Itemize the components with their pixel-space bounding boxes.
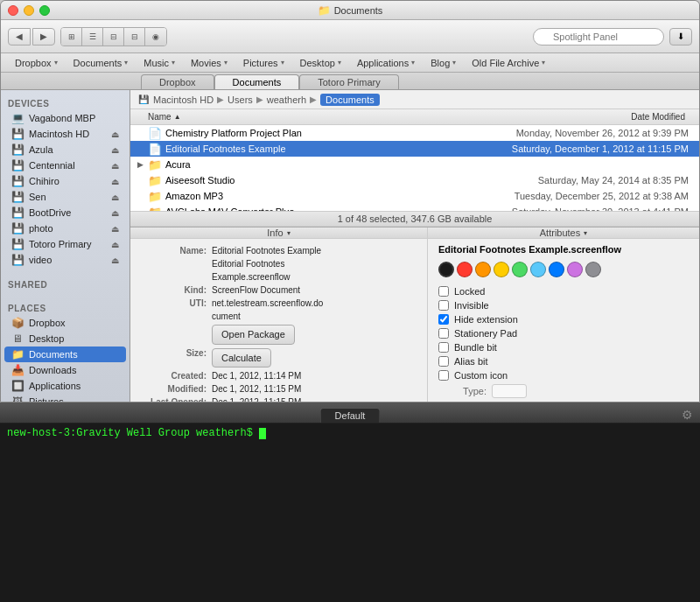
fav-dropbox[interactable]: Dropbox▾ xyxy=(8,56,65,70)
terminal-settings-icon[interactable]: ⚙ xyxy=(682,408,693,422)
fav-old-file-archive[interactable]: Old File Archive▾ xyxy=(465,56,552,70)
fav-applications[interactable]: Applications▾ xyxy=(350,56,422,70)
favorites-bar: Dropbox▾ Documents▾ Music▾ Movies▾ Pictu… xyxy=(1,53,699,73)
list-view-button[interactable]: ☰ xyxy=(82,28,103,46)
sidebar-item-azula[interactable]: 💾 Azula ⏏ xyxy=(4,142,126,158)
fav-blog[interactable]: Blog▾ xyxy=(424,56,463,70)
checkbox-hide-extension[interactable]: Hide extension xyxy=(438,314,689,325)
sidebar-item-macintosh-hd[interactable]: 💾 Macintosh HD ⏏ xyxy=(4,126,126,142)
swatch-blue-light[interactable] xyxy=(530,262,546,277)
icon-view-button[interactable]: ⊞ xyxy=(61,28,82,46)
swatch-green[interactable] xyxy=(512,262,528,277)
fav-music[interactable]: Music▾ xyxy=(136,56,182,70)
checkbox-alias-bit[interactable]: Alias bit xyxy=(438,356,689,367)
type-field-row: Type: xyxy=(438,384,689,398)
folder-icon: 📁 xyxy=(148,158,162,172)
fav-documents[interactable]: Documents▾ xyxy=(66,56,136,70)
swatch-gray[interactable] xyxy=(585,262,601,277)
drive-icon: 💾 xyxy=(11,238,24,250)
close-button[interactable] xyxy=(8,5,18,16)
tab-totoro-primary[interactable]: Totoro Primary xyxy=(299,74,399,89)
checkbox-bundle-bit[interactable]: Bundle bit xyxy=(438,342,689,353)
swatch-purple[interactable] xyxy=(567,262,583,277)
eject-icon[interactable]: ⏏ xyxy=(111,130,119,139)
eject-icon[interactable]: ⏏ xyxy=(111,224,119,234)
open-package-button[interactable]: Open Package xyxy=(212,325,295,345)
eject-icon[interactable]: ⏏ xyxy=(111,240,119,249)
sort-arrow: ▲ xyxy=(174,113,181,121)
checkbox-invisible[interactable]: Invisible xyxy=(438,300,689,311)
tab-documents[interactable]: Documents xyxy=(214,74,300,89)
eject-icon[interactable]: ⏏ xyxy=(111,256,119,265)
info-row: UTI: net.telestream.screenflow.document xyxy=(137,297,420,323)
sidebar-item-applications[interactable]: 🔲 Applications xyxy=(4,378,126,394)
bc-weatherh[interactable]: weatherh xyxy=(267,94,306,105)
checkbox-stationery-pad[interactable]: Stationery Pad xyxy=(438,328,689,339)
tab-dropbox[interactable]: Dropbox xyxy=(141,74,214,89)
search-input[interactable] xyxy=(533,28,664,46)
eject-icon[interactable]: ⏏ xyxy=(111,145,119,155)
stationery-pad-checkbox[interactable] xyxy=(438,328,449,339)
eject-icon[interactable]: ⏏ xyxy=(111,192,119,202)
swatch-blue[interactable] xyxy=(549,262,564,277)
swatch-black[interactable] xyxy=(438,262,454,277)
custom-icon-checkbox[interactable] xyxy=(438,370,449,381)
swatch-orange[interactable] xyxy=(475,262,491,277)
sidebar-item-dropbox[interactable]: 📦 Dropbox xyxy=(4,315,126,331)
fav-pictures[interactable]: Pictures▾ xyxy=(236,56,291,70)
preview-button[interactable]: ◉ xyxy=(145,28,166,46)
sidebar-item-vagabond[interactable]: 💻 Vagabond MBP xyxy=(4,110,126,126)
sidebar-item-chihiro[interactable]: 💾 Chihiro ⏏ xyxy=(4,173,126,189)
file-row[interactable]: ▶ 📁 Acura xyxy=(130,157,699,172)
fav-movies[interactable]: Movies▾ xyxy=(184,56,234,70)
file-row[interactable]: 📄 Chemistry Platform Project Plan Monday… xyxy=(130,125,699,141)
forward-button[interactable]: ▶ xyxy=(32,28,55,46)
sidebar-item-desktop[interactable]: 🖥 Desktop xyxy=(4,331,126,346)
col-date-header[interactable]: Date Modified xyxy=(500,112,692,122)
info-panel-header[interactable]: Info ▾ xyxy=(130,228,427,239)
eject-icon[interactable]: ⏏ xyxy=(111,161,119,171)
sidebar-item-sen[interactable]: 💾 Sen ⏏ xyxy=(4,189,126,205)
bc-users[interactable]: Users xyxy=(228,94,253,105)
minimize-button[interactable] xyxy=(24,5,34,16)
eject-icon[interactable]: ⏏ xyxy=(111,177,119,186)
sidebar-item-documents[interactable]: 📁 Documents xyxy=(4,346,126,362)
checkbox-locked[interactable]: Locked xyxy=(438,286,689,297)
calculate-button[interactable]: Calculate xyxy=(212,348,271,368)
type-field[interactable] xyxy=(492,384,527,398)
swatch-red[interactable] xyxy=(457,262,472,277)
fav-desktop[interactable]: Desktop▾ xyxy=(293,56,348,70)
attr-panel-header[interactable]: Attributes ▾ xyxy=(428,228,699,239)
swatch-yellow[interactable] xyxy=(494,262,509,277)
action-button[interactable]: ⬇ xyxy=(669,28,692,46)
alias-bit-checkbox[interactable] xyxy=(438,356,449,367)
eject-icon[interactable]: ⏏ xyxy=(111,208,119,218)
sidebar-item-photo[interactable]: 💾 photo ⏏ xyxy=(4,220,126,236)
bc-documents[interactable]: Documents xyxy=(320,94,380,106)
file-row[interactable]: 📁 AVCLabs M4V Converter Plus Saturday, N… xyxy=(130,204,699,211)
bundle-bit-checkbox[interactable] xyxy=(438,342,449,353)
sidebar-item-bootdrive[interactable]: 💾 BootDrive ⏏ xyxy=(4,205,126,220)
sidebar-item-centennial[interactable]: 💾 Centennial ⏏ xyxy=(4,158,126,173)
locked-checkbox[interactable] xyxy=(438,286,449,297)
checkbox-custom-icon[interactable]: Custom icon xyxy=(438,370,689,381)
hide-extension-checkbox[interactable] xyxy=(438,314,449,325)
file-row[interactable]: 📁 Aiseesoft Studio Saturday, May 24, 201… xyxy=(130,172,699,188)
sidebar-item-video[interactable]: 💾 video ⏏ xyxy=(4,252,126,268)
invisible-checkbox[interactable] xyxy=(438,300,449,311)
file-row[interactable]: 📄 Editorial Footnotes Example Saturday, … xyxy=(130,141,699,157)
sidebar-item-totoro-primary[interactable]: 💾 Totoro Primary ⏏ xyxy=(4,236,126,252)
file-row[interactable]: 📁 Amazon MP3 Tuesday, December 25, 2012 … xyxy=(130,188,699,204)
col-name-header[interactable]: Name ▲ xyxy=(148,112,500,122)
bc-macintosh-hd[interactable]: Macintosh HD xyxy=(153,94,214,105)
fav-arrow: ▾ xyxy=(124,59,128,66)
maximize-button[interactable] xyxy=(39,5,50,16)
sidebar-item-pictures[interactable]: 🖼 Pictures xyxy=(4,394,126,402)
info-row-last-opened: Last Opened: Dec 1, 2012, 11:15 PM xyxy=(137,396,420,402)
terminal-tab-default[interactable]: Default xyxy=(320,408,381,423)
terminal-body[interactable]: new-host-3:Gravity Well Group weatherh$ xyxy=(0,424,700,602)
sidebar-item-downloads[interactable]: 📥 Downloads xyxy=(4,362,126,378)
coverflow-view-button[interactable]: ⊟ xyxy=(124,28,145,46)
back-button[interactable]: ◀ xyxy=(8,28,31,46)
column-view-button[interactable]: ⊟ xyxy=(103,28,124,46)
